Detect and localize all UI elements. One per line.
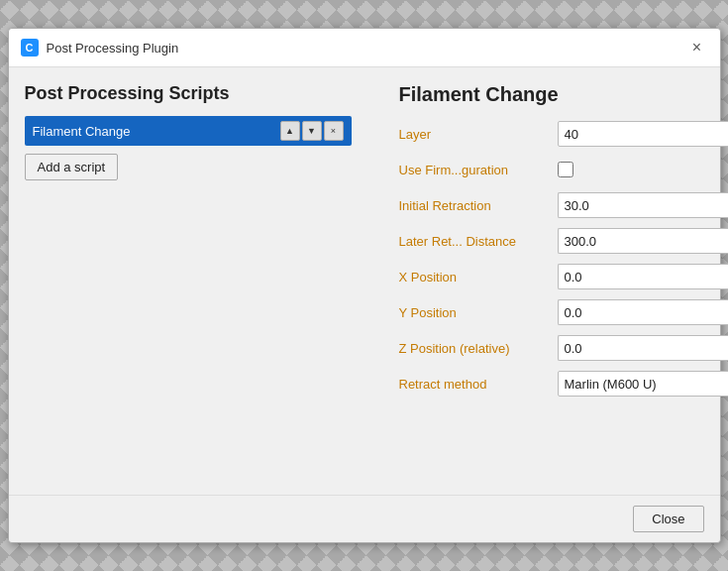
- label-retract-method: Retract method: [399, 377, 558, 392]
- label-initial-retraction: Initial Retraction: [399, 198, 558, 213]
- input-x-position[interactable]: [558, 264, 729, 289]
- label-x-position: X Position: [399, 270, 558, 285]
- input-group-x-position: mm: [558, 264, 729, 289]
- input-layer[interactable]: [558, 121, 729, 147]
- field-row-y-position: Y Position mm: [399, 298, 729, 326]
- window-close-button[interactable]: ×: [686, 37, 708, 58]
- remove-script-button[interactable]: ×: [324, 121, 344, 141]
- field-row-z-position: Z Position (relative) mm: [399, 334, 729, 362]
- script-controls: ▲ ▼ ×: [280, 121, 344, 141]
- label-z-position: Z Position (relative): [399, 341, 558, 356]
- left-panel: Post Processing Scripts Filament Change …: [25, 83, 352, 479]
- dialog-body: Post Processing Scripts Filament Change …: [9, 67, 720, 495]
- dropdown-wrap-retract-method: Marlin (M600 U) Normal G-code ▾: [558, 371, 729, 397]
- app-icon: C: [21, 39, 39, 57]
- input-y-position[interactable]: [558, 299, 729, 325]
- field-row-initial-retraction: Initial Retraction mm: [399, 191, 729, 219]
- close-dialog-button[interactable]: Close: [633, 506, 703, 532]
- label-later-retraction: Later Ret... Distance: [399, 234, 558, 249]
- title-bar-left: C Post Processing Plugin: [21, 39, 179, 57]
- input-group-y-position: mm: [558, 299, 729, 325]
- field-row-x-position: X Position mm: [399, 263, 729, 290]
- script-list-item[interactable]: Filament Change ▲ ▼ ×: [25, 116, 352, 146]
- dialog-title: Post Processing Plugin: [47, 41, 179, 56]
- title-bar: C Post Processing Plugin ×: [9, 29, 720, 67]
- right-section-title: Filament Change: [399, 83, 729, 106]
- label-layer: Layer: [399, 127, 558, 142]
- field-row-later-retraction: Later Ret... Distance mm: [399, 227, 729, 255]
- checkbox-firmware[interactable]: [558, 162, 573, 177]
- add-script-button[interactable]: Add a script: [25, 154, 119, 180]
- dropdown-retract-method[interactable]: Marlin (M600 U) Normal G-code: [558, 371, 729, 397]
- move-down-button[interactable]: ▼: [302, 121, 322, 141]
- input-group-initial-retraction: mm: [558, 192, 729, 218]
- right-panel: Filament Change Layer Use Firm...guratio…: [399, 83, 729, 479]
- input-later-retraction[interactable]: [558, 228, 729, 254]
- script-list-item-label: Filament Change: [33, 124, 280, 139]
- input-group-later-retraction: mm: [558, 228, 729, 254]
- field-row-layer: Layer: [399, 120, 729, 148]
- input-z-position[interactable]: [558, 335, 729, 361]
- label-firmware: Use Firm...guration: [399, 163, 558, 177]
- input-group-z-position: mm: [558, 335, 729, 361]
- move-up-button[interactable]: ▲: [280, 121, 300, 141]
- dialog-footer: Close: [9, 495, 720, 542]
- left-section-title: Post Processing Scripts: [25, 83, 352, 104]
- label-y-position: Y Position: [399, 305, 558, 320]
- input-initial-retraction[interactable]: [558, 192, 729, 218]
- field-row-firmware: Use Firm...guration: [399, 156, 729, 183]
- post-processing-dialog: C Post Processing Plugin × Post Processi…: [8, 28, 721, 543]
- field-row-retract-method: Retract method Marlin (M600 U) Normal G-…: [399, 370, 729, 398]
